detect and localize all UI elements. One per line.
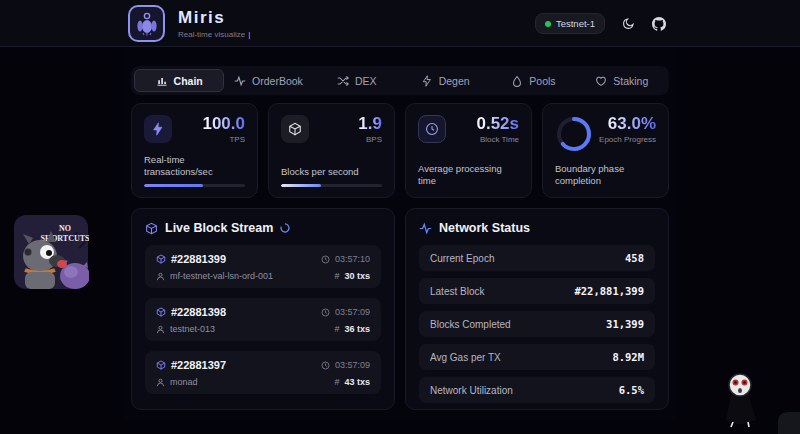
tab-label: Staking [613, 75, 648, 87]
block-time-description: Average processing time [418, 163, 519, 187]
block-time: 03:57:09 [335, 307, 370, 317]
app-logo-icon[interactable] [128, 5, 165, 42]
status-label: Avg Gas per TX [430, 352, 501, 363]
panel-title: Network Status [439, 221, 530, 235]
cube-icon [156, 254, 166, 264]
bps-unit: BPS [358, 135, 382, 144]
header-actions: Testnet-1 [535, 0, 666, 47]
status-value: 6.5% [619, 384, 644, 396]
tab-label: Chain [174, 75, 203, 87]
panels-row: Live Block Stream #22881399 [131, 208, 669, 410]
tab-label: OrderBook [252, 75, 303, 87]
epoch-progress-ring-icon [555, 115, 593, 153]
tab-dex[interactable]: DEX [313, 69, 401, 92]
hash-icon: # [334, 324, 339, 334]
cube-icon [145, 222, 158, 235]
tps-progress-track [144, 184, 245, 187]
bar-chart-icon [156, 75, 168, 87]
person-icon [156, 325, 165, 334]
bps-description: Blocks per second [281, 166, 382, 178]
status-row: Blocks Completed 31,399 [419, 311, 655, 337]
tab-label: Pools [529, 75, 555, 87]
stat-card-block-time: 0.52s Block Time Average processing time [405, 103, 532, 198]
clock-icon [321, 361, 330, 370]
theme-toggle-button[interactable] [622, 17, 635, 30]
clock-icon [321, 308, 330, 317]
zap-icon [144, 115, 172, 143]
hash-icon: # [334, 377, 339, 387]
status-row: Avg Gas per TX 8.92M [419, 344, 655, 370]
github-icon [652, 17, 666, 31]
validator-name: monad [170, 377, 198, 387]
app-header: Miris Real-time visualize| Testnet-1 [0, 0, 800, 47]
clock-icon [321, 255, 330, 264]
zap-icon [421, 75, 433, 87]
validator-name: mf-testnet-val-lsn-ord-001 [170, 271, 273, 281]
epoch-unit: Epoch Progress [599, 135, 656, 144]
activity-icon [419, 222, 432, 235]
tab-degen[interactable]: Degen [401, 69, 489, 92]
stat-card-epoch: 63.0% Epoch Progress Boundary phase comp… [542, 103, 669, 198]
block-time-value: 0.52s [476, 115, 519, 133]
status-row: Current Epoch 458 [419, 245, 655, 271]
subtitle-text: Real-time visualize [178, 30, 245, 39]
tps-unit: TPS [202, 135, 245, 144]
cube-icon [156, 307, 166, 317]
github-link-button[interactable] [652, 17, 666, 31]
cube-icon [281, 115, 309, 143]
tab-label: Degen [439, 75, 470, 87]
spinner-icon [280, 223, 290, 233]
live-block-stream-panel: Live Block Stream #22881399 [131, 208, 395, 410]
tab-chain[interactable]: Chain [134, 69, 224, 92]
block-number: #22881397 [171, 359, 226, 371]
validator-name: testnet-013 [170, 324, 215, 334]
status-value: 458 [625, 252, 644, 264]
network-badge[interactable]: Testnet-1 [535, 13, 605, 34]
block-stream-item[interactable]: #22881398 03:57:09 testnet-013 [145, 298, 381, 341]
stat-card-bps: 1.9 BPS Blocks per second [268, 103, 395, 198]
network-status-panel: Network Status Current Epoch 458 Latest … [405, 208, 669, 410]
status-label: Latest Block [430, 286, 484, 297]
hash-icon: # [334, 271, 339, 281]
network-badge-label: Testnet-1 [556, 18, 595, 29]
tps-description: Real-time transactions/sec [144, 154, 245, 178]
view-tab-bar: Chain OrderBook DEX Deg [131, 66, 669, 95]
block-number: #22881398 [171, 306, 226, 318]
cube-icon [156, 360, 166, 370]
moon-icon [622, 17, 635, 30]
tab-pools[interactable]: Pools [489, 69, 577, 92]
tps-value: 100.0 [202, 115, 245, 133]
status-dot-icon [545, 21, 551, 27]
block-stream-item[interactable]: #22881397 03:57:09 monad # [145, 351, 381, 394]
status-label: Network Utilization [430, 385, 513, 396]
person-icon [156, 378, 165, 387]
status-row: Latest Block #22,881,399 [419, 278, 655, 304]
skeleton-mascot [718, 370, 764, 428]
block-number: #22881399 [171, 253, 226, 265]
tps-progress-fill [144, 184, 203, 187]
droplet-icon [511, 75, 523, 87]
bps-value: 1.9 [358, 115, 382, 133]
app-title: Miris [178, 8, 225, 28]
block-stream-item[interactable]: #22881399 03:57:10 mf-testnet-val-lsn-or… [145, 245, 381, 288]
shuffle-icon [337, 75, 349, 87]
block-time: 03:57:09 [335, 360, 370, 370]
activity-icon [234, 75, 246, 87]
tab-staking[interactable]: Staking [578, 69, 666, 92]
block-time: 03:57:10 [335, 254, 370, 264]
app-subtitle: Real-time visualize| [178, 30, 250, 39]
tab-orderbook[interactable]: OrderBook [224, 69, 312, 92]
status-value: 31,399 [606, 318, 644, 330]
status-label: Blocks Completed [430, 319, 511, 330]
tx-count: 43 txs [344, 377, 370, 387]
bps-progress-fill [281, 184, 321, 187]
tx-count: 36 txs [344, 324, 370, 334]
corner-widget[interactable] [778, 412, 800, 434]
stat-card-tps: 100.0 TPS Real-time transactions/sec [131, 103, 258, 198]
no-shortcuts-sticker: NO SHORTCUTS [13, 214, 89, 290]
main-content: Chain OrderBook DEX Deg [131, 66, 669, 410]
tx-count: 30 txs [344, 271, 370, 281]
stats-row: 100.0 TPS Real-time transactions/sec [131, 103, 669, 198]
tab-label: DEX [355, 75, 377, 87]
epoch-value: 63.0% [599, 115, 656, 133]
